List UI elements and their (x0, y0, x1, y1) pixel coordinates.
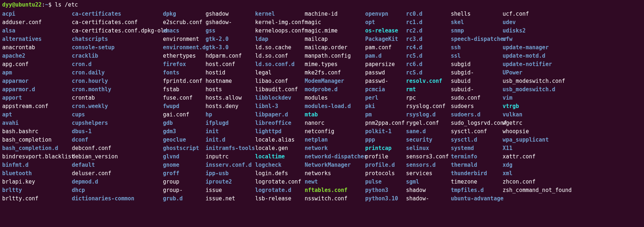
ls-column: shellsskelsnmpspeech-dispatchersshsslsub… (451, 10, 503, 203)
ls-entry: update-motd.d (503, 52, 554, 60)
ls-entry: cups (72, 111, 163, 119)
ls-entry: hosts.allow (206, 94, 255, 102)
ls-entry: alsa (2, 27, 72, 35)
ls-entry: os-release (365, 27, 406, 35)
ls-entry: snmp (451, 27, 503, 35)
ls-column: machine-idmagicmagic.mimemailcapmailcap.… (305, 10, 365, 203)
ls-entry: init (206, 127, 255, 136)
ls-entry: vulkan (503, 111, 554, 119)
ls-entry: polkit-1 (365, 127, 406, 136)
ls-entry: cron.monthly (72, 85, 163, 94)
ls-entry: locale.gen (255, 144, 305, 153)
ls-entry: libblockdev (255, 94, 305, 102)
ls-entry: openvpn (365, 10, 406, 18)
ls-entry: mtab (305, 111, 365, 119)
ls-entry: udev (503, 18, 554, 27)
ls-entry: cron.daily (72, 69, 163, 77)
ls-entry: sysctl.d (451, 136, 503, 144)
ls-entry: group (163, 178, 206, 186)
ls-entry: papersize (365, 60, 406, 69)
ls-entry: resolv.conf (406, 77, 451, 85)
ls-entry: locale.alias (255, 136, 305, 144)
ls-entry: usb_modeswitch.conf (503, 77, 554, 85)
ls-column: acpiadduser.confalsaalternativesanacront… (2, 10, 72, 203)
ls-entry: gdm3 (163, 127, 206, 136)
ls-entry: libreoffice (255, 119, 305, 127)
ls-entry: ssl (451, 52, 503, 60)
ls-entry: hosts.deny (206, 102, 255, 111)
ls-entry: debconf.conf (72, 144, 163, 153)
ls-entry: sudoers.d (451, 111, 503, 119)
ls-entry: netconfig (305, 127, 365, 136)
ls-entry: apport (2, 94, 72, 102)
ls-entry: environment.d (163, 43, 206, 52)
ls-entry: profile (365, 153, 406, 161)
ls-entry: rcS.d (406, 69, 451, 77)
ls-entry: default (72, 161, 163, 169)
ls-entry: initramfs-tools (206, 144, 255, 153)
ls-entry: services (406, 169, 451, 178)
ls-entry: perl (365, 94, 406, 102)
ls-entry: zsh_command_not_found (503, 186, 554, 195)
ls-entry: apache2 (2, 52, 72, 60)
ls-entry: ModemManager (305, 77, 365, 85)
ls-entry: sensors.d (406, 161, 451, 169)
ls-entry: pulse (365, 178, 406, 186)
ls-entry: alternatives (2, 35, 72, 43)
ls-entry: networkd-dispatcher (305, 153, 365, 161)
ls-entry: grub.d (163, 195, 206, 203)
ls-entry: xattr.conf (503, 153, 554, 161)
ls-entry: deluser.conf (72, 169, 163, 178)
ls-entry: acpi (2, 10, 72, 18)
prompt-dollar: $ (48, 1, 51, 8)
ls-entry: wpa_supplicant (503, 136, 554, 144)
ls-entry: subuid (451, 77, 503, 85)
ls-entry: kernel-img.conf (255, 18, 305, 27)
ls-entry: subuid- (451, 85, 503, 94)
ls-entry: ca-certificates.conf.dpkg-old (72, 27, 163, 35)
ls-entry: pki (365, 102, 406, 111)
ls-entry: rc3.d (406, 35, 451, 43)
ls-entry: speech-dispatcher (451, 35, 503, 43)
ls-entry: ethertypes (163, 52, 206, 60)
ls-entry: ipp-usb (206, 169, 255, 178)
ls-entry: insserv.conf.d (206, 161, 255, 169)
ls-entry: rpc (406, 94, 451, 102)
ls-entry: ppp (365, 136, 406, 144)
ls-entry: sgml (406, 178, 451, 186)
ls-entry: network (305, 144, 365, 153)
ls-entry: profile.d (365, 161, 406, 169)
ls-entry: kernel (255, 10, 305, 18)
ls-entry: rmt (406, 85, 451, 94)
ls-entry: subgid (451, 60, 503, 69)
ls-entry: rsyslog.conf (406, 102, 451, 111)
ls-entry: gtk-2.0 (206, 35, 255, 43)
ls-entry: appstream.conf (2, 102, 72, 111)
ls-entry: firefox (163, 60, 206, 69)
ls-entry: ca-certificates (72, 10, 163, 18)
ls-entry: gdb (163, 119, 206, 127)
ls-entry: passwd- (365, 77, 406, 85)
ls-entry: dbus-1 (72, 127, 163, 136)
ls-entry: crontab (72, 94, 163, 102)
ls-entry: printcap (365, 144, 406, 153)
ls-entry: logrotate.conf (255, 178, 305, 186)
ls-entry: libao.conf (255, 77, 305, 85)
terminal[interactable]: dyy@ubuntu22:~$ ls /etc acpiadduser.conf… (0, 0, 644, 205)
ls-entry: sane.d (406, 127, 451, 136)
ls-entry: zhcon.conf (503, 178, 554, 186)
ls-column: gshadowgshadow-gssgtk-2.0gtk-3.0hdparm.c… (206, 10, 255, 203)
ls-entry: mailcap.order (305, 43, 365, 52)
ls-entry: terminfo (451, 153, 503, 161)
ls-entry: apparmor.d (2, 85, 72, 94)
ls-entry: usb_modeswitch.d (503, 85, 554, 94)
ls-entry: geoclue (163, 136, 206, 144)
ls-entry: NetworkManager (305, 161, 365, 169)
prompt-command: ls /etc (55, 1, 78, 8)
ls-entry: bash_completion (2, 136, 72, 144)
ls-entry: update-manager (503, 43, 554, 52)
ls-entry: anacrontab (2, 43, 72, 52)
ls-entry: debian_version (72, 153, 163, 161)
ls-entry: rc6.d (406, 60, 451, 69)
ls-entry: fstab (163, 85, 206, 94)
